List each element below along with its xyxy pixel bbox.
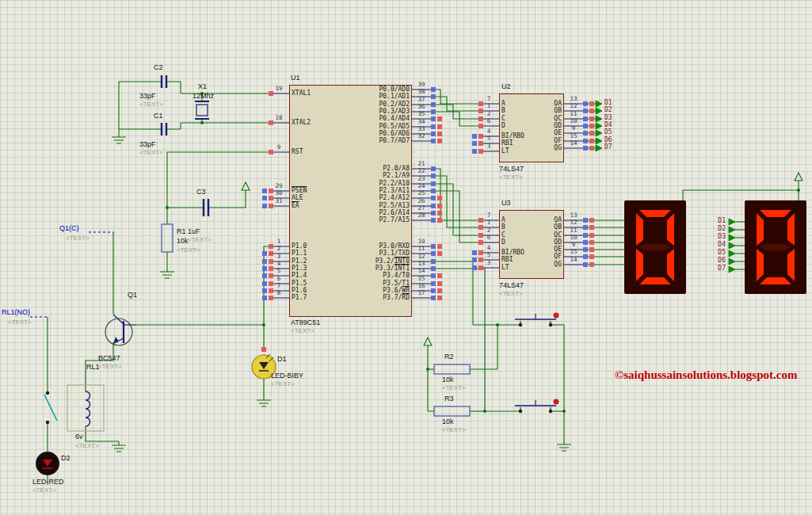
pin-state-square [431,281,436,286]
pin-state-square [589,139,594,143]
schematic-canvas[interactable]: C2 33pF <TEXT> C1 33pF <TEXT> X1 12Mhz C… [0,0,812,515]
pin-state-square [478,250,483,255]
c3-note: <TEXT> [188,236,212,243]
junction-dot [262,323,265,326]
pin-state-square [269,91,273,96]
pin-name: ALE [292,194,303,202]
pin-state-square [437,296,442,300]
pin-state-square [262,204,267,208]
resistor-r2[interactable] [434,364,470,374]
pin-state-square [583,240,588,245]
capacitor-c2[interactable] [162,75,166,88]
d2-ref: D2 [61,454,71,462]
pin-state-square [589,240,594,245]
net-terminal-icon [729,235,735,241]
net-terminal-icon [596,138,602,144]
probe-q1c-label[interactable]: Q1(C) [59,224,79,232]
pin-name: P2.7/A15 [346,216,410,224]
u3-ref: U3 [501,199,511,207]
junction-dot [166,206,169,209]
pin-state-square [269,259,273,264]
pin-state-square [583,233,588,238]
r2-ref: R2 [444,353,454,360]
pin-name: QE [526,129,562,137]
pin-state-square [269,189,273,193]
pin-name: QB [526,223,562,231]
u3-value: 74LS47 [499,281,524,289]
c2-value: 33pF [139,92,156,100]
d1-note: <TEXT> [271,380,295,387]
ground-symbol [112,441,126,452]
pin-state-square [431,124,436,129]
resistor-r1[interactable] [162,224,173,252]
pin-number: 34 [414,118,429,125]
wire [166,123,181,129]
pin-state-square [583,116,588,121]
ground-symbol [257,396,271,406]
pin-state-square [431,296,436,300]
pin-state-square [478,124,483,128]
pin-state-square [478,134,483,139]
pin-state-square [437,244,442,249]
button-actuator[interactable] [554,313,559,319]
pin-state-square [431,218,436,223]
pin-state-square [431,94,436,99]
pin-state-square [431,139,436,143]
pin-number: 15 [566,248,581,255]
pin-state-square [269,296,273,300]
pin-state-square [262,189,267,193]
net-label: D2 [604,106,612,113]
pin-name: B [501,223,505,231]
probe-rl1no-label[interactable]: RL1(NO) [2,308,30,316]
pin-state-square [269,120,273,125]
pin-state-square [583,225,588,230]
junction-dot [797,189,800,192]
pin-name: RBI [501,139,513,147]
pin-state-square [437,204,442,208]
pin-state-square [589,124,594,128]
pin-number: 13 [566,212,581,219]
pin-number: 9 [566,124,581,132]
q1-ref: Q1 [128,291,137,299]
pin-state-square [431,259,436,264]
wire [683,190,799,200]
pin-state-square [269,204,273,208]
resistor-r3[interactable] [434,406,470,416]
pin-state-square [431,244,436,249]
capacitor-c3[interactable] [204,199,208,216]
pin-state-square [269,281,273,286]
led-d2[interactable] [36,452,59,475]
relay-contact[interactable] [44,391,57,424]
relay-coil [86,391,90,426]
pin-state-square [472,141,477,146]
pin-state-square [437,116,442,121]
pin-name: LT [501,147,509,155]
pin-name: XTAL2 [292,119,311,127]
u1-value: AT89C51 [291,319,320,326]
pin-number: 26 [414,197,429,204]
pin-state-square [589,101,594,106]
u1-ref: U1 [291,74,300,82]
pin-number: 12 [566,102,581,109]
pin-state-square [431,251,436,256]
r1-note: <TEXT> [177,246,200,254]
net-terminal-icon [729,219,735,225]
pin-state-square [431,132,436,136]
net-terminal-icon [729,266,735,273]
pin-number: 17 [414,289,429,296]
pin-state-square [478,218,483,223]
pin-name: P3.1/TXD [346,250,410,258]
pin-state-square [583,146,588,151]
u2-ref: U2 [501,82,511,90]
pin-state-square [431,266,436,271]
pin-state-square [269,196,273,200]
button-actuator[interactable] [554,399,559,405]
junction-dot [200,121,204,124]
pin-number: 23 [414,175,429,182]
transistor-q1[interactable] [105,315,136,345]
pin-state-square [269,273,273,278]
capacitor-c1[interactable] [162,123,166,135]
crystal-x1[interactable] [195,101,209,119]
r1-value: 10k [177,237,189,245]
relay-rl1[interactable] [67,385,104,431]
